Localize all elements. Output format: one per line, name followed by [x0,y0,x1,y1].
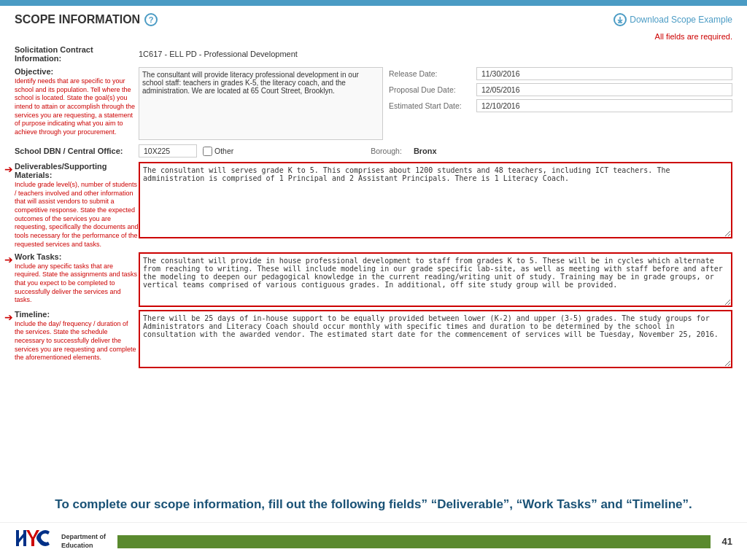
borough-value: Bronx [414,147,437,155]
proposal-date-label: Proposal Due Date: [389,85,476,94]
download-link-text: Download Scope Example [630,15,732,25]
work-tasks-section: ➔ Work Tasks: Include any specific tasks… [15,252,732,307]
release-date-row: Release Date: 11/30/2016 [389,67,732,80]
footer-dept: Department of Education [61,533,106,550]
dates-col: Release Date: 11/30/2016 Proposal Due Da… [389,67,732,140]
download-link[interactable]: Download Scope Example [614,13,732,26]
deliverables-label-title: Deliverables/Supporting Materials: [15,162,139,179]
start-date-row: Estimated Start Date: 12/10/2016 [389,99,732,112]
deliverables-hint: Include grade level(s), number of studen… [15,181,139,249]
proposal-date-row: Proposal Due Date: 12/05/2016 [389,83,732,96]
borough-label: Borough: [371,147,402,155]
proposal-date-value: 12/05/2016 [476,83,732,96]
download-icon [614,13,627,26]
objective-textarea[interactable]: The consultant will provide literacy pro… [139,67,383,140]
solicitation-value: 1C617 - ELL PD - Professional Developmen… [139,50,298,58]
scope-title-text: SCOPE INFORMATION [15,13,140,26]
school-label: School DBN / Central Office: [15,147,139,155]
dbn-input[interactable] [139,144,197,158]
work-tasks-label-title: Work Tasks: [15,252,139,261]
timeline-section: ➔ Timeline: Include the day/ frequency /… [15,310,732,368]
page-number: 41 [722,536,732,547]
solicitation-row: Solicitation Contract Information: 1C617… [15,45,732,63]
svg-rect-4 [23,530,26,546]
other-checkbox-input[interactable] [203,147,212,156]
solicitation-label: Solicitation Contract Information: [15,45,139,63]
deliverables-arrow: ➔ [4,163,13,175]
nyc-logo-svg [15,527,58,556]
deliverables-section: ➔ Deliverables/Supporting Materials: Inc… [15,162,732,249]
timeline-textarea[interactable] [139,310,732,368]
footer-dept-line2: Education [61,542,106,551]
objective-row: Objective: Identify needs that are speci… [15,67,732,140]
timeline-label-title: Timeline: [15,310,139,319]
work-tasks-textarea[interactable] [139,252,732,307]
other-label: Other [214,147,233,155]
school-inputs: Other Borough: Bronx [139,144,437,158]
timeline-arrow: ➔ [4,311,13,323]
start-date-value: 12/10/2016 [476,99,732,112]
work-tasks-arrow: ➔ [4,254,13,265]
scope-header: SCOPE INFORMATION ? Download Scope Examp… [15,13,732,26]
work-tasks-hint: Include any specific tasks that are requ… [15,262,139,305]
deliverables-textarea[interactable] [139,162,732,238]
footer-dept-line1: Department of [61,533,106,542]
start-date-label: Estimated Start Date: [389,101,476,110]
other-checkbox[interactable]: Other [203,147,233,156]
release-date-label: Release Date: [389,69,476,78]
release-date-value: 11/30/2016 [476,67,732,80]
objective-label-title: Objective: [15,67,139,76]
bottom-message-text: To complete our scope information, fill … [15,496,732,513]
bottom-message: To complete our scope information, fill … [0,487,747,522]
footer-logo: Department of Education [15,527,106,556]
timeline-hint: Include the day/ frequency / duration of… [15,320,139,362]
objective-hint: Identify needs that are specific to your… [15,77,139,137]
help-icon[interactable]: ? [144,13,158,26]
footer-green-bar [117,535,711,548]
required-note: All fields are required. [15,32,732,41]
school-row: School DBN / Central Office: Other Borou… [15,144,732,158]
footer: Department of Education 41 [0,522,747,560]
top-bar [0,0,747,6]
